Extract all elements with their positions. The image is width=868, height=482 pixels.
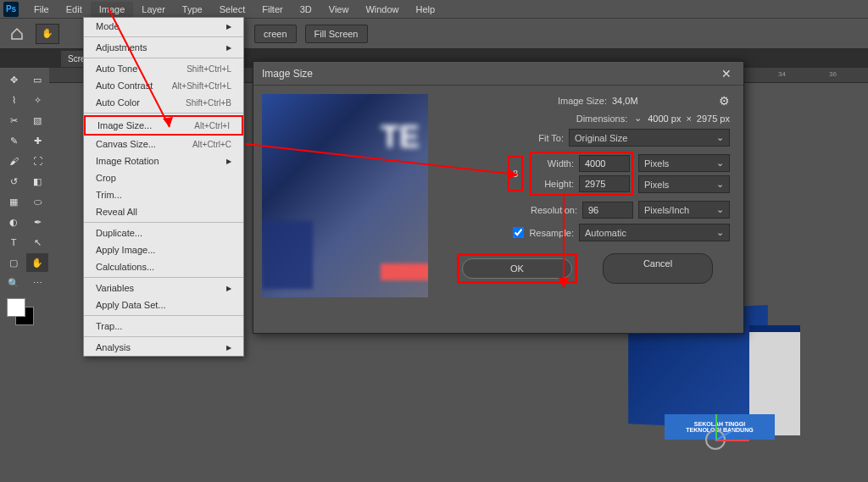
blur-tool-icon[interactable]: ⬭	[26, 192, 48, 211]
menu-edit[interactable]: Edit	[58, 2, 91, 17]
close-icon[interactable]: ✕	[718, 65, 735, 82]
resolution-label: Resolution:	[531, 205, 577, 215]
menu-trap[interactable]: Trap...	[84, 318, 243, 335]
ruler-mark: 34	[778, 70, 786, 78]
image-size-label: Image Size:	[558, 96, 607, 106]
width-unit-select[interactable]: Pixels⌄	[638, 154, 730, 172]
menu-reveal-all[interactable]: Reveal All	[84, 203, 243, 220]
dialog-title: Image Size	[262, 68, 313, 80]
menu-image-size[interactable]: Image Size...Alt+Ctrl+I	[84, 115, 243, 136]
menu-crop[interactable]: Crop	[84, 169, 243, 186]
dodge-tool-icon[interactable]: ◐	[3, 213, 25, 231]
menu-calculations[interactable]: Calculations...	[84, 258, 243, 275]
menu-trim[interactable]: Trim...	[84, 186, 243, 203]
menu-auto-color[interactable]: Auto ColorShift+Ctrl+B	[84, 94, 243, 111]
dim-width: 4000 px	[648, 114, 681, 124]
menu-type[interactable]: Type	[174, 2, 211, 17]
menu-window[interactable]: Window	[357, 2, 407, 17]
brush-tool-icon[interactable]: 🖌	[3, 152, 25, 170]
axis-gizmo-icon[interactable]	[690, 414, 741, 465]
dimensions-label: Dimensions:	[576, 114, 628, 124]
pen-tool-icon[interactable]: ✒	[26, 213, 48, 231]
menu-select[interactable]: Select	[211, 2, 254, 17]
cancel-button[interactable]: Cancel	[603, 253, 713, 284]
menu-image-rotation[interactable]: Image Rotation▶	[84, 152, 243, 169]
menu-duplicate[interactable]: Duplicate...	[84, 224, 243, 241]
marquee-tool-icon[interactable]: ▭	[26, 70, 48, 89]
resample-select[interactable]: Automatic⌄	[579, 224, 730, 241]
image-size-value: 34,0M	[612, 96, 714, 106]
menu-canvas-size[interactable]: Canvas Size...Alt+Ctrl+C	[84, 136, 243, 152]
dialog-titlebar[interactable]: Image Size ✕	[253, 62, 743, 86]
stamp-tool-icon[interactable]: ⛶	[26, 152, 48, 170]
hand-tool-icon[interactable]: ✋	[26, 253, 48, 272]
menu-variables[interactable]: Variables▶	[84, 280, 243, 296]
path-tool-icon[interactable]: ↖	[26, 233, 48, 252]
lasso-tool-icon[interactable]: ⌇	[3, 91, 25, 109]
home-icon[interactable]	[7, 24, 27, 44]
menu-adjustments[interactable]: Adjustments▶	[84, 39, 243, 56]
resample-checkbox[interactable]	[513, 227, 524, 238]
foreground-swatch[interactable]	[7, 298, 25, 317]
color-swatches[interactable]	[7, 298, 41, 332]
menu-auto-tone[interactable]: Auto ToneShift+Ctrl+L	[84, 60, 243, 77]
crop-tool-icon[interactable]: ✂	[3, 111, 25, 130]
image-menu-dropdown: Mode▶ Adjustments▶ Auto ToneShift+Ctrl+L…	[83, 17, 244, 357]
eyedropper-tool-icon[interactable]: ✎	[3, 131, 25, 150]
heal-tool-icon[interactable]: ✚	[26, 131, 48, 150]
chevron-down-icon[interactable]: ⌄	[632, 113, 643, 124]
link-constrain-icon[interactable]: 8	[508, 156, 523, 191]
menu-image[interactable]: Image	[91, 2, 134, 17]
menu-auto-contrast[interactable]: Auto ContrastAlt+Shift+Ctrl+L	[84, 77, 243, 94]
menubar: Ps File Edit Image Layer Type Select Fil…	[0, 0, 868, 19]
menu-apply-dataset[interactable]: Apply Data Set...	[84, 296, 243, 313]
zoom-tool-icon[interactable]: 🔍	[3, 274, 25, 292]
width-input[interactable]	[579, 155, 630, 172]
fill-screen-button[interactable]: Fill Screen	[305, 25, 368, 43]
height-label: Height:	[533, 179, 574, 189]
menu-layer[interactable]: Layer	[133, 2, 174, 17]
menu-help[interactable]: Help	[408, 2, 444, 17]
app-logo: Ps	[3, 2, 19, 17]
menu-mode[interactable]: Mode▶	[84, 18, 243, 35]
menu-view[interactable]: View	[320, 2, 358, 17]
gear-icon[interactable]: ⚙	[719, 94, 730, 108]
resolution-unit-select[interactable]: Pixels/Inch⌄	[638, 201, 730, 219]
fit-screen-button[interactable]: creen	[254, 25, 297, 43]
menu-analysis[interactable]: Analysis▶	[84, 339, 243, 356]
menu-filter[interactable]: Filter	[253, 2, 291, 17]
height-unit-select[interactable]: Pixels⌄	[638, 175, 730, 193]
wand-tool-icon[interactable]: ✧	[26, 91, 48, 109]
hand-tool-icon[interactable]: ✋	[36, 24, 59, 44]
fit-to-select[interactable]: Original Size⌄	[569, 129, 730, 147]
gradient-tool-icon[interactable]: ▦	[3, 192, 25, 211]
menu-file[interactable]: File	[25, 2, 58, 17]
more-tool-icon[interactable]: ⋯	[26, 274, 48, 292]
eraser-tool-icon[interactable]: ◧	[26, 172, 48, 191]
menu-3d[interactable]: 3D	[292, 2, 320, 17]
shape-tool-icon[interactable]: ▢	[3, 253, 25, 272]
ok-button[interactable]: OK	[462, 258, 572, 279]
type-tool-icon[interactable]: T	[3, 233, 25, 252]
menu-apply-image[interactable]: Apply Image...	[84, 241, 243, 258]
dim-height: 2975 px	[697, 114, 730, 124]
preview-thumbnail: TE	[262, 94, 428, 297]
image-size-dialog: Image Size ✕ TE Image Size: 34,0M ⚙ Dime…	[253, 61, 744, 334]
resample-label: Resample:	[529, 228, 574, 238]
height-input[interactable]	[579, 175, 630, 192]
fit-to-label: Fit To:	[538, 133, 564, 143]
move-tool-icon[interactable]: ✥	[3, 70, 25, 89]
resolution-input[interactable]	[582, 202, 633, 219]
toolbox: ✥ ▭ ⌇ ✧ ✂ ▧ ✎ ✚ 🖌 ⛶ ↺ ◧ ▦ ⬭ ◐ ✒ T ↖ ▢ ✋ …	[0, 68, 49, 334]
ruler-mark: 36	[829, 70, 837, 78]
history-tool-icon[interactable]: ↺	[3, 172, 25, 191]
frame-tool-icon[interactable]: ▧	[26, 111, 48, 130]
width-label: Width:	[533, 158, 574, 169]
